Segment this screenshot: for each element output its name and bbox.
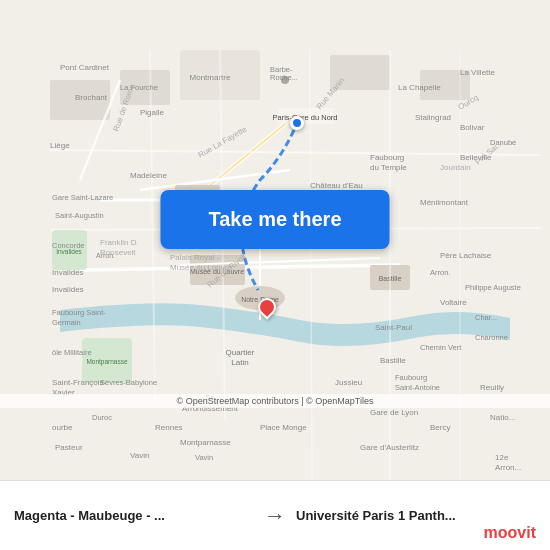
svg-text:Philippe Auguste: Philippe Auguste	[465, 283, 521, 292]
svg-text:Montparnasse: Montparnasse	[180, 438, 231, 447]
svg-text:Char...: Char...	[475, 313, 497, 322]
svg-text:Invalides: Invalides	[52, 268, 84, 277]
svg-text:Ménilmontant: Ménilmontant	[420, 198, 469, 207]
svg-text:Palais Royal -: Palais Royal -	[170, 253, 220, 262]
take-me-there-button[interactable]: Take me there	[160, 190, 389, 249]
svg-text:Arron...: Arron...	[495, 463, 521, 472]
svg-text:Saint-Augustin: Saint-Augustin	[55, 211, 104, 220]
svg-text:Voltaire: Voltaire	[440, 298, 467, 307]
svg-text:Musée du Louvre: Musée du Louvre	[170, 263, 232, 272]
svg-text:Jussieu: Jussieu	[335, 378, 362, 387]
svg-text:Madeleine: Madeleine	[130, 171, 167, 180]
svg-text:Rennes: Rennes	[155, 423, 183, 432]
svg-text:Faubourg: Faubourg	[395, 373, 427, 382]
svg-text:Bercy: Bercy	[430, 423, 450, 432]
svg-text:Montparnasse: Montparnasse	[86, 358, 128, 366]
svg-text:Saint-François-: Saint-François-	[52, 378, 107, 387]
svg-text:Duroc: Duroc	[92, 413, 112, 422]
map-attribution: © OpenStreetMap contributors | © OpenMap…	[0, 394, 550, 408]
direction-arrow: →	[254, 503, 296, 529]
moovit-brand-text: moovit	[484, 524, 536, 542]
svg-text:Pont Cardinet: Pont Cardinet	[60, 63, 110, 72]
svg-text:Stalingrad: Stalingrad	[415, 113, 451, 122]
svg-text:Faubourg Saint-: Faubourg Saint-	[52, 308, 106, 317]
map-container: Montmartre Opéra Musée du Louvre Républi…	[0, 0, 550, 480]
svg-text:du Temple: du Temple	[370, 163, 407, 172]
svg-text:Saint-Antoine: Saint-Antoine	[395, 383, 440, 392]
origin-pin	[290, 116, 304, 130]
svg-text:Charonne: Charonne	[475, 333, 508, 342]
svg-text:La Chapelle: La Chapelle	[398, 83, 441, 92]
svg-text:Franklin D.: Franklin D.	[100, 238, 139, 247]
svg-text:Reuilly: Reuilly	[480, 383, 504, 392]
destination-pin	[258, 298, 276, 316]
bottom-bar-origin-section: Magenta - Maubeuge - ...	[14, 508, 254, 523]
svg-text:Montmartre: Montmartre	[190, 73, 231, 82]
moovit-logo: moovit	[484, 524, 536, 542]
svg-text:Place Monge: Place Monge	[260, 423, 307, 432]
svg-text:Pasteur: Pasteur	[55, 443, 83, 452]
svg-text:Gare d'Austerlitz: Gare d'Austerlitz	[360, 443, 419, 452]
svg-text:Gare Saint-Lazare: Gare Saint-Lazare	[52, 193, 113, 202]
svg-text:Père Lachaise: Père Lachaise	[440, 251, 492, 260]
svg-text:Paris-Gare du Nord: Paris-Gare du Nord	[272, 113, 337, 122]
svg-text:Invalides: Invalides	[52, 285, 84, 294]
svg-text:Natio...: Natio...	[490, 413, 515, 422]
svg-text:Liège: Liège	[50, 141, 70, 150]
origin-station-label: Magenta - Maubeuge - ...	[14, 508, 254, 523]
bottom-bar: Magenta - Maubeuge - ... → Université Pa…	[0, 480, 550, 550]
svg-text:Arron.: Arron.	[430, 268, 450, 277]
svg-text:Sèvres-Babylone: Sèvres-Babylone	[100, 378, 157, 387]
svg-text:Bastille: Bastille	[380, 356, 406, 365]
svg-text:Vavin: Vavin	[130, 451, 149, 460]
svg-text:Germain: Germain	[52, 318, 81, 327]
bottom-bar-destination-section: Université Paris 1 Panth...	[296, 508, 536, 523]
svg-text:Chemin Vert: Chemin Vert	[420, 343, 462, 352]
destination-station-label: Université Paris 1 Panth...	[296, 508, 456, 523]
svg-text:Bolivar: Bolivar	[460, 123, 485, 132]
svg-text:Vavin: Vavin	[195, 453, 213, 462]
svg-text:Château d'Eau: Château d'Eau	[310, 181, 363, 190]
svg-text:Latin: Latin	[231, 358, 248, 367]
svg-text:Concorde: Concorde	[52, 241, 85, 250]
svg-text:Quartier: Quartier	[226, 348, 255, 357]
svg-text:Jourdain: Jourdain	[440, 163, 471, 172]
svg-text:Brochant: Brochant	[75, 93, 108, 102]
svg-text:Faubourg: Faubourg	[370, 153, 404, 162]
svg-text:Saint-Paul: Saint-Paul	[375, 323, 412, 332]
svg-text:La Villette: La Villette	[460, 68, 496, 77]
svg-text:ourbe: ourbe	[52, 423, 73, 432]
svg-text:ôle Mlllitaire: ôle Mlllitaire	[52, 348, 92, 357]
svg-text:Roosevelt: Roosevelt	[100, 248, 136, 257]
svg-text:Pigalle: Pigalle	[140, 108, 165, 117]
svg-text:Roche...: Roche...	[270, 73, 298, 82]
svg-text:12e: 12e	[495, 453, 509, 462]
svg-text:Gare de Lyon: Gare de Lyon	[370, 408, 418, 417]
